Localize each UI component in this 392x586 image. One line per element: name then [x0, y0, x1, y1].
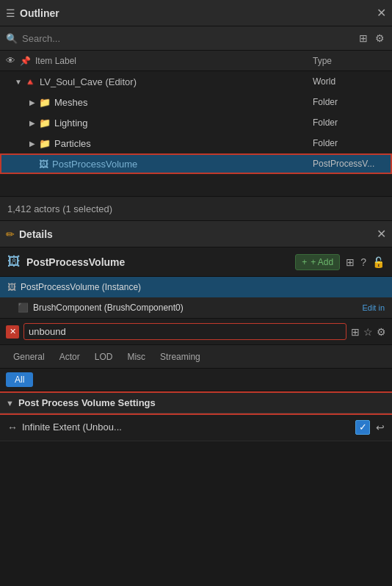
component-icon: 🖼 — [7, 282, 16, 292]
item-type: Folder — [313, 117, 386, 128]
world-icon: 🔺 — [24, 76, 36, 87]
postprocess-icon: 🖼 — [39, 159, 48, 170]
outliner-search-input[interactable] — [22, 33, 353, 44]
tab-streaming[interactable]: Streaming — [153, 347, 208, 366]
outliner-panel: ☰ Outliner ✕ 🔍 ⊞ ⚙ 👁 📌 Item Label Type ▼… — [0, 0, 392, 221]
expand-arrow: ▶ — [29, 119, 37, 127]
outliner-tree: ▼ 🔺 LV_Soul_Cave (Editor) World ▶ 📁 Mesh… — [0, 71, 392, 196]
item-label: PostProcessVolume — [52, 159, 313, 170]
tree-row[interactable]: ▶ 📁 Particles Folder — [0, 133, 392, 153]
details-panel: ✏ Details ✕ 🖼 PostProcessVolume + + Add … — [0, 221, 392, 441]
details-close-button[interactable]: ✕ — [377, 227, 386, 241]
grid-icon[interactable]: ⊞ — [351, 326, 360, 338]
tree-row[interactable]: ▼ 🔺 LV_Soul_Cave (Editor) World — [0, 71, 392, 92]
tab-general[interactable]: General — [6, 347, 52, 366]
settings-title: Post Process Volume Settings — [18, 397, 156, 408]
components-list: 🖼 PostProcessVolume (Instance) ⬛ BrushCo… — [0, 277, 392, 319]
reset-icon[interactable]: ↩ — [376, 422, 385, 433]
actor-count: 1,412 actors (1 selected) — [0, 196, 392, 221]
resize-icon: ↔ — [7, 422, 18, 433]
clear-filter-button[interactable]: ✕ — [6, 325, 19, 339]
component-icon[interactable]: ⊞ — [346, 256, 355, 268]
brush-icon: ⬛ — [18, 303, 29, 313]
infinite-extent-label: Infinite Extent (Unbou... — [22, 422, 355, 433]
folder-icon: 📁 — [39, 138, 51, 149]
all-btn-row: All — [0, 369, 392, 391]
details-icon: ✏ — [6, 228, 15, 240]
filter-input[interactable] — [23, 323, 346, 340]
expand-arrow: ▶ — [29, 140, 37, 148]
tab-lod[interactable]: LOD — [87, 347, 120, 366]
infinite-extent-row: ↔ Infinite Extent (Unbou... ↩ — [0, 413, 392, 441]
expand-arrow: ▶ — [29, 98, 37, 106]
visibility-icon[interactable]: 👁 — [6, 55, 15, 66]
all-button[interactable]: All — [6, 372, 33, 387]
item-label-header: Item Label — [35, 56, 313, 66]
tab-actor[interactable]: Actor — [52, 347, 87, 366]
outliner-icon: ☰ — [6, 7, 15, 19]
folder-icon: 📁 — [39, 97, 51, 108]
actor-icon: 🖼 — [7, 254, 21, 270]
filter-row: ✕ ⊞ ☆ ⚙ — [0, 319, 392, 345]
add-icon: + — [302, 257, 307, 267]
item-label: Particles — [54, 138, 313, 149]
lock-icon[interactable]: 🔓 — [372, 256, 385, 268]
brush-label: BrushComponent (BrushComponent0) — [33, 303, 357, 313]
infinite-extent-checkbox[interactable] — [355, 420, 370, 435]
settings-header[interactable]: ▼ Post Process Volume Settings — [0, 393, 392, 413]
details-titlebar: ✏ Details ✕ — [0, 221, 392, 247]
item-type: Folder — [313, 97, 386, 107]
item-label: LV_Soul_Cave (Editor) — [40, 76, 313, 87]
item-type: World — [313, 76, 386, 87]
component-row-brush[interactable]: ⬛ BrushComponent (BrushComponent0) Edit … — [0, 297, 392, 318]
item-type: PostProcessV... — [313, 159, 386, 169]
help-icon[interactable]: ? — [360, 256, 366, 268]
postprocess-tree-row[interactable]: 🖼 PostProcessVolume PostProcessV... — [0, 153, 392, 174]
component-row-postprocess[interactable]: 🖼 PostProcessVolume (Instance) — [0, 277, 392, 297]
section-collapse-arrow: ▼ — [6, 399, 14, 408]
outliner-search-bar: 🔍 ⊞ ⚙ — [0, 26, 392, 51]
column-headers: 👁 📌 Item Label Type — [0, 51, 392, 71]
add-button[interactable]: + + Add — [295, 254, 340, 270]
details-title: Details — [19, 228, 377, 240]
tree-row[interactable]: ▶ 📁 Lighting Folder — [0, 112, 392, 133]
settings-section: ▼ Post Process Volume Settings ↔ Infinit… — [0, 391, 392, 441]
search-icon: 🔍 — [6, 33, 18, 44]
filter-icons: ⊞ ☆ ⚙ — [351, 326, 386, 338]
add-filter-icon[interactable]: ⊞ — [357, 31, 369, 46]
actor-name: PostProcessVolume — [26, 256, 289, 268]
component-label: PostProcessVolume (Instance) — [21, 282, 385, 292]
star-icon[interactable]: ☆ — [363, 326, 373, 338]
actor-row: 🖼 PostProcessVolume + + Add ⊞ ? 🔓 — [0, 247, 392, 277]
tree-row[interactable]: ▶ 📁 Meshes Folder — [0, 92, 392, 112]
settings-icon[interactable]: ⚙ — [374, 31, 386, 46]
pin-icon[interactable]: 📌 — [20, 56, 31, 66]
outliner-close-button[interactable]: ✕ — [377, 6, 386, 20]
item-label: Lighting — [54, 117, 313, 129]
tab-misc[interactable]: Misc — [120, 347, 153, 366]
item-label: Meshes — [54, 97, 313, 108]
outliner-title: Outliner — [20, 7, 377, 19]
item-type: Folder — [313, 138, 386, 148]
gear-icon[interactable]: ⚙ — [377, 326, 386, 338]
tabs-row: General Actor LOD Misc Streaming — [0, 345, 392, 369]
edit-in-link[interactable]: Edit in — [362, 303, 385, 312]
folder-icon: 📁 — [39, 117, 51, 129]
expand-arrow: ▼ — [15, 78, 22, 86]
type-header: Type — [313, 56, 386, 66]
outliner-titlebar: ☰ Outliner ✕ — [0, 0, 392, 26]
